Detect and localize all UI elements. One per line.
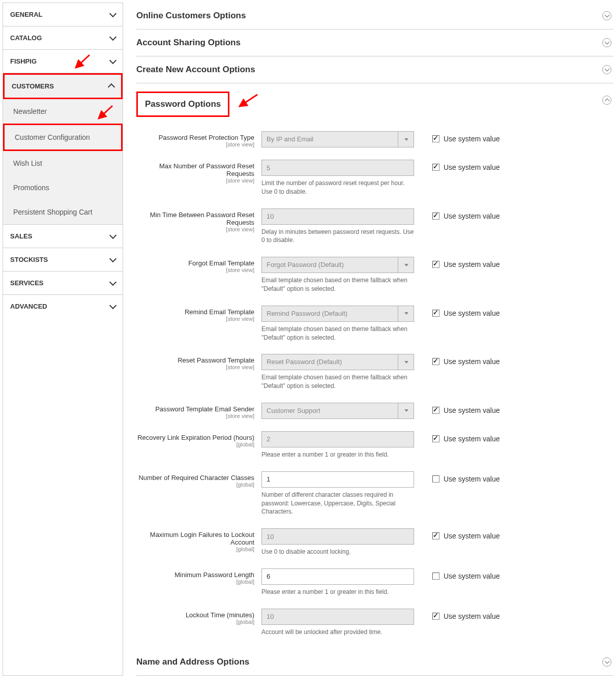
sidebar-section-catalog[interactable]: CATALOG: [3, 26, 123, 49]
charClasses-input[interactable]: [261, 471, 414, 488]
use-system-label: Use system value: [444, 572, 500, 580]
remindTemplate-select: Remind Password (Default): [261, 306, 414, 322]
sidebar-section-customers[interactable]: CUSTOMERS: [3, 73, 123, 99]
section-account-sharing[interactable]: Account Sharing Options: [136, 29, 613, 56]
use-system-checkbox[interactable]: [432, 435, 439, 442]
field-label: Forgot Email Template: [188, 259, 254, 267]
dropdown-icon: [398, 354, 414, 370]
select-value: Customer Support: [261, 403, 414, 419]
expand-icon: [602, 65, 611, 74]
sidebar-subitem-wishlist[interactable]: Wish List: [3, 151, 123, 175]
svg-line-2: [240, 95, 257, 106]
field-label: Lockout Time (minutes): [186, 611, 254, 619]
field-scope: [store view]: [136, 141, 254, 147]
dropdown-icon: [398, 257, 414, 273]
use-system-checkbox[interactable]: [432, 135, 439, 142]
field-scope: [store view]: [136, 226, 254, 232]
sidebar-section-general[interactable]: GENERAL: [3, 3, 123, 26]
sidebar-section-advanced[interactable]: ADVANCED: [3, 295, 123, 318]
sidebar-section-label: STOCKISTS: [10, 256, 48, 263]
select-value: Remind Password (Default): [261, 306, 414, 322]
resetProtection-select: By IP and Email: [261, 131, 414, 147]
field-note: Please enter a number 1 or greater in th…: [261, 450, 414, 459]
sidebar-section-label: SALES: [10, 232, 32, 240]
sidebar-subitem-promotions[interactable]: Promotions: [3, 175, 123, 200]
use-system-checkbox[interactable]: [432, 613, 439, 620]
use-system-label: Use system value: [444, 260, 500, 268]
chevron-up-icon: [108, 83, 115, 90]
field-label: Number of Required Character Classes: [138, 474, 254, 482]
chevron-down-icon: [109, 10, 116, 17]
sidebar-subitem-newsletter[interactable]: Newsletter: [3, 99, 123, 124]
use-system-label: Use system value: [444, 135, 500, 143]
select-value: Forgot Password (Default): [261, 257, 414, 273]
section-title: Online Customers Options: [136, 11, 246, 21]
field-label: Password Template Email Sender: [155, 405, 254, 413]
field-note: Email template chosen based on theme fal…: [261, 325, 414, 342]
sidebar-section-stockists[interactable]: STOCKISTS: [3, 248, 123, 271]
section-title: Account Sharing Options: [136, 38, 241, 48]
sidebar-subitem-customer-configuration[interactable]: Customer Configuration: [3, 124, 123, 151]
section-password-options[interactable]: Password Options: [136, 83, 613, 117]
use-system-checkbox[interactable]: [432, 261, 439, 268]
use-system-checkbox[interactable]: [432, 358, 439, 365]
sidebar-section-label: GENERAL: [10, 11, 43, 18]
sidebar-section-fishpig[interactable]: FISHPIG: [3, 50, 123, 73]
field-label: Minimum Password Length: [174, 571, 254, 579]
field-scope: [global]: [136, 579, 254, 585]
use-system-checkbox[interactable]: [432, 310, 439, 317]
field-scope: [store view]: [136, 267, 254, 273]
field-label: Recovery Link Expiration Period (hours): [137, 434, 254, 441]
field-label: Password Reset Protection Type: [159, 134, 254, 141]
recoveryExpiration-input: [261, 431, 414, 447]
sidebar-section-label: FISHPIG: [10, 57, 37, 65]
use-system-checkbox[interactable]: [432, 164, 439, 171]
field-scope: [global]: [136, 546, 254, 552]
chevron-down-icon: [109, 302, 116, 309]
emailSender-select: Customer Support: [261, 403, 414, 419]
field-note: Use 0 to disable account locking.: [261, 548, 414, 556]
sidebar-section-label: CATALOG: [10, 34, 42, 42]
use-system-label: Use system value: [444, 163, 500, 171]
use-system-label: Use system value: [444, 357, 500, 366]
select-value: Reset Password (Default): [261, 354, 414, 370]
dropdown-icon: [398, 306, 414, 322]
lockoutTime-input: [261, 609, 414, 625]
use-system-label: Use system value: [444, 212, 500, 220]
section-name-address[interactable]: Name and Address Options: [136, 649, 613, 676]
section-title: Password Options: [145, 99, 221, 109]
sidebar-section-sales[interactable]: SALES: [3, 225, 123, 248]
sidebar-section-services[interactable]: SERVICES: [3, 272, 123, 294]
section-title: Name and Address Options: [136, 657, 249, 667]
minLength-input[interactable]: [261, 568, 414, 585]
resetTemplate-select: Reset Password (Default): [261, 354, 414, 370]
use-system-checkbox[interactable]: [432, 213, 439, 220]
field-note: Email template chosen based on theme fal…: [261, 373, 414, 390]
chevron-down-icon: [109, 56, 116, 64]
use-system-checkbox[interactable]: [432, 532, 439, 539]
field-scope: [store view]: [136, 177, 254, 184]
field-scope: [store view]: [136, 413, 254, 419]
use-system-checkbox[interactable]: [432, 573, 439, 580]
use-system-label: Use system value: [444, 532, 500, 540]
field-note: Account will be unlocked after provided …: [261, 628, 414, 637]
section-online-customers[interactable]: Online Customers Options: [136, 3, 613, 29]
lockoutFailures-input: [261, 528, 414, 545]
section-create-new-account[interactable]: Create New Account Options: [136, 56, 613, 83]
minTime-input: [261, 208, 414, 225]
field-note: Delay in minutes between password reset …: [261, 228, 414, 245]
use-system-checkbox[interactable]: [432, 475, 439, 483]
sidebar-subitem-persistent-cart[interactable]: Persistent Shopping Cart: [3, 200, 123, 224]
field-scope: [global]: [136, 482, 254, 488]
field-scope: [store view]: [136, 316, 254, 322]
sidebar-section-label: SERVICES: [10, 279, 44, 287]
use-system-label: Use system value: [444, 406, 500, 414]
field-label: Reset Password Template: [178, 356, 254, 364]
sidebar-section-label: CUSTOMERS: [12, 82, 54, 90]
field-scope: [global]: [136, 441, 254, 447]
use-system-checkbox[interactable]: [432, 407, 439, 414]
use-system-label: Use system value: [444, 309, 500, 317]
expand-icon: [602, 11, 611, 20]
field-note: Number of different character classes re…: [261, 491, 414, 516]
field-note: Email template chosen based on theme fal…: [261, 276, 414, 293]
